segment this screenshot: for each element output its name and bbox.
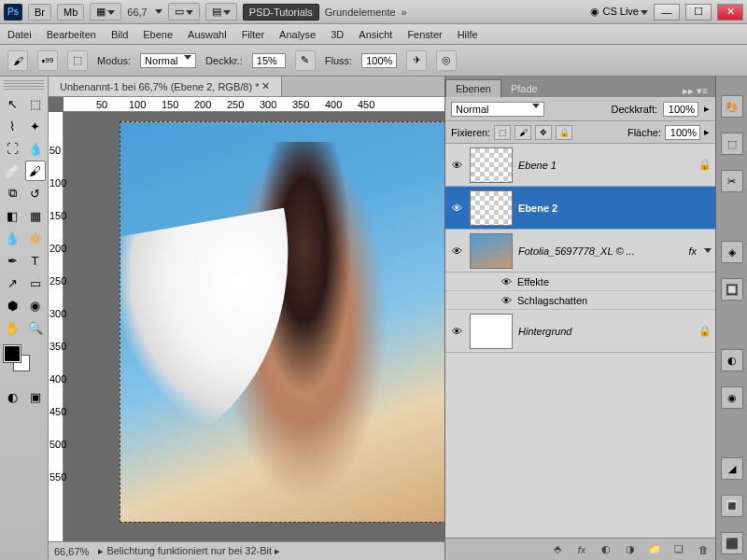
- brush-tool[interactable]: 🖌: [25, 161, 46, 181]
- ruler-vertical[interactable]: 50100150200250300350400450500550: [49, 112, 63, 541]
- lock-transparency-icon[interactable]: ⬚: [494, 125, 511, 140]
- opacity-slider-icon[interactable]: ▸: [704, 103, 710, 115]
- menu-filter[interactable]: Filter: [242, 29, 264, 40]
- type-tool[interactable]: T: [25, 250, 46, 271]
- layer-fx-icon[interactable]: fx: [573, 542, 590, 557]
- healing-tool[interactable]: 🩹: [2, 161, 22, 181]
- layer-name[interactable]: Ebene 1: [518, 160, 693, 171]
- zoom-tool[interactable]: 🔍: [25, 317, 46, 338]
- layer-thumbnail[interactable]: [470, 190, 513, 226]
- menu-bild[interactable]: Bild: [111, 29, 128, 40]
- color-swatches[interactable]: [4, 345, 44, 379]
- minimize-button[interactable]: —: [654, 4, 680, 21]
- layer-row[interactable]: 👁 Ebene 1 🔒: [445, 144, 715, 187]
- close-button[interactable]: ✕: [717, 4, 743, 21]
- menu-auswahl[interactable]: Auswahl: [188, 29, 227, 40]
- foreground-swatch[interactable]: [4, 345, 21, 362]
- chevron-down-icon[interactable]: [155, 9, 162, 14]
- menu-3d[interactable]: 3D: [331, 29, 344, 40]
- styles-panel-icon[interactable]: ◈: [721, 241, 743, 263]
- toolbox-handle[interactable]: [4, 80, 44, 90]
- new-layer-icon[interactable]: ❏: [670, 542, 687, 557]
- menu-hilfe[interactable]: Hilfe: [458, 29, 478, 40]
- menu-datei[interactable]: Datei: [7, 29, 32, 40]
- flow-field[interactable]: 100%: [361, 53, 397, 68]
- fx-row[interactable]: 👁Effekte: [445, 273, 715, 291]
- layer-thumbnail[interactable]: [470, 233, 513, 269]
- status-zoom[interactable]: 66,67%: [54, 546, 89, 557]
- zoom-display[interactable]: 66,7: [127, 7, 147, 18]
- layer-group-icon[interactable]: 📁: [646, 542, 663, 557]
- screenmode-toggle[interactable]: ▣: [25, 386, 46, 407]
- minibridge-button[interactable]: Mb: [57, 4, 84, 21]
- magic-wand-tool[interactable]: ✦: [25, 116, 46, 136]
- layer-blend-select[interactable]: Normal: [451, 102, 544, 117]
- layer-row[interactable]: 👁 Ebene 2: [445, 187, 715, 230]
- marquee-tool[interactable]: ⬚: [25, 93, 46, 114]
- blur-tool[interactable]: 💧: [2, 228, 22, 248]
- menu-ebene[interactable]: Ebene: [143, 29, 173, 40]
- swatches-panel-icon[interactable]: ⬚: [721, 133, 743, 155]
- adjustment-layer-icon[interactable]: ◑: [622, 542, 639, 557]
- quickmask-toggle[interactable]: ◐: [2, 386, 22, 407]
- path-select-tool[interactable]: ↗: [2, 273, 22, 293]
- fx-badge[interactable]: fx: [688, 245, 697, 257]
- visibility-icon[interactable]: 👁: [449, 158, 464, 173]
- panel-menu-icon[interactable]: ▸▸ ▾≡: [675, 85, 715, 97]
- menu-ansicht[interactable]: Ansicht: [359, 29, 392, 40]
- layer-opacity-field[interactable]: 100%: [663, 102, 698, 117]
- dodge-tool[interactable]: 🔅: [25, 228, 46, 248]
- layer-name[interactable]: Hintergrund: [518, 326, 693, 337]
- lasso-tool[interactable]: ⌇: [2, 116, 22, 136]
- ruler-horizontal[interactable]: 50100150200250300350400450: [63, 97, 444, 112]
- workspace-grundelemente-button[interactable]: Grundelemente: [325, 7, 396, 18]
- bridge-button[interactable]: Br: [28, 4, 51, 21]
- actions-panel-icon[interactable]: ◉: [721, 386, 743, 409]
- visibility-icon[interactable]: 👁: [449, 201, 464, 216]
- lock-position-icon[interactable]: ✥: [535, 125, 552, 140]
- layer-mask-icon[interactable]: ◐: [598, 542, 614, 557]
- lock-all-icon[interactable]: 🔒: [556, 125, 572, 140]
- pressure-size-icon[interactable]: ◎: [436, 50, 457, 71]
- move-tool[interactable]: ↖: [2, 93, 22, 114]
- brush-panel-toggle[interactable]: ⬚: [67, 50, 88, 71]
- stamp-tool[interactable]: ⧉: [2, 183, 22, 203]
- more-workspaces-icon[interactable]: »: [402, 7, 407, 18]
- gradient-tool[interactable]: ▦: [25, 205, 46, 226]
- layer-row[interactable]: 👁 Hintergrund 🔒: [445, 310, 715, 353]
- tool-presets-icon[interactable]: ⬛: [721, 532, 743, 554]
- layer-thumbnail[interactable]: [470, 314, 513, 349]
- maximize-button[interactable]: ☐: [685, 4, 712, 21]
- 3d-tool[interactable]: ⬢: [2, 295, 22, 315]
- fill-slider-icon[interactable]: ▸: [704, 126, 710, 138]
- pressure-opacity-icon[interactable]: ✎: [295, 50, 316, 71]
- layer-name[interactable]: Fotolia_5697778_XL © ...: [518, 245, 683, 257]
- canvas[interactable]: [120, 121, 444, 523]
- visibility-icon[interactable]: 👁: [449, 324, 464, 339]
- airbrush-icon[interactable]: ✈: [406, 50, 427, 71]
- pen-tool[interactable]: ✒: [2, 250, 22, 271]
- tool-preset-icon[interactable]: 🖌: [7, 50, 28, 71]
- tab-ebenen[interactable]: Ebenen: [445, 79, 501, 97]
- layer-row[interactable]: 👁 Fotolia_5697778_XL © ... fx: [445, 230, 715, 273]
- shape-tool[interactable]: ▭: [25, 273, 46, 293]
- history-panel-icon[interactable]: ◐: [721, 349, 743, 371]
- menu-bearbeiten[interactable]: Bearbeiten: [47, 29, 96, 40]
- history-brush-tool[interactable]: ↺: [25, 183, 46, 203]
- arrange-docs-button[interactable]: ▤: [205, 3, 237, 21]
- blend-mode-select[interactable]: Normal: [140, 53, 196, 68]
- opacity-field[interactable]: 15%: [252, 53, 286, 68]
- tab-pfade[interactable]: Pfade: [501, 80, 547, 97]
- layer-name[interactable]: Ebene 2: [518, 203, 712, 214]
- document-tab[interactable]: Unbenannt-1 bei 66,7% (Ebene 2, RGB/8) *…: [49, 77, 282, 96]
- eyedropper-tool[interactable]: 💧: [25, 138, 46, 159]
- brush-presets-icon[interactable]: ◢: [721, 457, 743, 480]
- color-panel-icon[interactable]: 🎨: [721, 95, 743, 118]
- menu-analyse[interactable]: Analyse: [279, 29, 316, 40]
- crop-tool[interactable]: ⛶: [2, 138, 22, 159]
- 3d-camera-tool[interactable]: ◉: [25, 295, 46, 315]
- workspace-psdtutorials-button[interactable]: PSD-Tutorials: [243, 4, 319, 21]
- menu-fenster[interactable]: Fenster: [407, 29, 442, 40]
- visibility-icon[interactable]: 👁: [449, 244, 464, 259]
- brush-preset-picker[interactable]: •99: [37, 50, 58, 71]
